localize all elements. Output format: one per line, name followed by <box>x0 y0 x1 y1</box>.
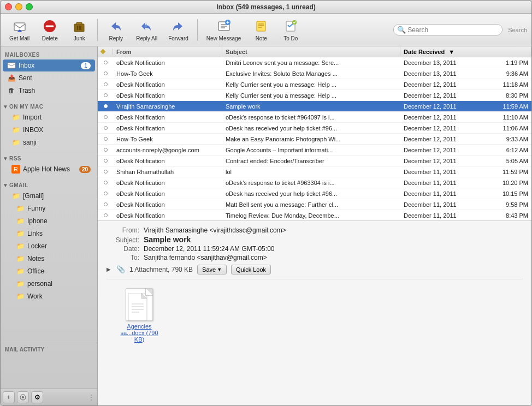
sidebar-item-iphone[interactable]: 📁 Iphone <box>3 215 95 227</box>
forward-icon <box>170 19 186 34</box>
row-subject: Make an Easy Panoramic Photograph Wi... <box>222 135 400 144</box>
row-subject: Sample work <box>222 102 400 111</box>
message-row[interactable]: oDesk NotificationoDesk's response to ti… <box>98 112 531 123</box>
message-row[interactable]: accounts-noreply@google.comGoogle Accoun… <box>98 145 531 156</box>
sidebar-item-personal[interactable]: 📁 personal <box>3 278 95 290</box>
sidebar-bottom-bar: + ⚙ ⋮ <box>1 389 97 405</box>
rss-section: ▼ RSS R Apple Hot News 20 <box>1 151 97 178</box>
rss-toggle[interactable]: ▼ RSS <box>1 153 97 163</box>
row-time: 10:15 PM <box>488 189 531 198</box>
sidebar-item-inbox2[interactable]: 📁 INBOX <box>3 124 95 136</box>
sort-arrow: ▼ <box>448 49 454 55</box>
message-row[interactable]: oDesk NotificationKelly Currier sent you… <box>98 90 531 101</box>
row-subject: oDesk has received your help ticket #96.… <box>222 124 400 133</box>
reply-button[interactable]: Reply <box>102 16 129 44</box>
message-row[interactable]: How-To GeekMake an Easy Panoramic Photog… <box>98 134 531 145</box>
sidebar-item-inbox[interactable]: Inbox 1 <box>3 59 95 71</box>
sidebar-item-trash[interactable]: 🗑 Trash <box>3 85 95 97</box>
message-row[interactable]: oDesk NotificationDmitri Leonov sent you… <box>98 57 531 68</box>
message-row[interactable]: How-To GeekExclusive Invites: Soluto Bet… <box>98 68 531 79</box>
trash-icon: 🗑 <box>7 86 16 95</box>
attachment-file[interactable]: Agencies sa...docx (790 KB) <box>117 288 161 343</box>
note-button[interactable]: Note <box>247 16 275 44</box>
row-from: oDesk Notification <box>113 113 222 122</box>
get-mail-button[interactable]: Get Mail <box>5 16 34 44</box>
sidebar-item-apple-hot-news[interactable]: R Apple Hot News 20 <box>3 163 95 175</box>
save-dropdown-arrow[interactable]: ▼ <box>217 267 222 272</box>
svg-point-24 <box>22 396 24 398</box>
attachment-info: 1 Attachment, 790 KB <box>129 266 193 273</box>
to-label: To: <box>107 254 139 261</box>
row-indicator <box>98 103 113 109</box>
close-button[interactable] <box>5 3 12 10</box>
subject-value: Sample work <box>144 235 191 244</box>
online-status-button[interactable] <box>17 391 29 403</box>
new-message-button[interactable]: New Message <box>202 16 245 44</box>
message-row[interactable]: oDesk NotificationoDesk has received you… <box>98 188 531 199</box>
message-row[interactable]: oDesk NotificationKelly Currier sent you… <box>98 79 531 90</box>
sidebar-item-sanji[interactable]: 📁 sanji <box>3 136 95 148</box>
message-row[interactable]: oDesk NotificationMatt Bell sent you a m… <box>98 199 531 210</box>
quick-look-button[interactable]: Quick Look <box>231 265 271 274</box>
forward-button[interactable]: Forward <box>164 16 193 44</box>
row-from: oDesk Notification <box>113 80 222 89</box>
gmail-root-label: [Gmail] <box>23 192 91 200</box>
gmail-header: GMAIL <box>9 182 28 188</box>
import-label: Import <box>23 114 91 121</box>
sidebar-item-import[interactable]: 📁 Import <box>3 111 95 123</box>
main-area: MAILBOXES Inbox 1 📤 Sent 🗑 Trash <box>1 46 531 405</box>
sidebar-item-funny[interactable]: 📁 Funny <box>3 202 95 214</box>
rss-disclosure: ▼ <box>3 156 8 162</box>
on-my-mac-disclosure: ▼ <box>3 104 8 110</box>
sidebar-item-work[interactable]: 📁 Work <box>3 290 95 302</box>
message-row[interactable]: oDesk NotificationTimelog Review: Due Mo… <box>98 210 531 220</box>
sidebar-resize-handle[interactable]: ⋮ <box>87 393 95 402</box>
gmail-toggle[interactable]: ▼ GMAIL <box>1 180 97 189</box>
row-from: oDesk Notification <box>113 189 222 198</box>
date-label: Date: <box>107 245 139 253</box>
mail-activity-label: MAIL ACTIVITY <box>5 347 93 353</box>
search-input[interactable] <box>407 26 473 34</box>
settings-button[interactable]: ⚙ <box>31 391 43 403</box>
col-date[interactable]: Date Received ▼ <box>400 47 531 56</box>
row-indicator <box>98 180 113 186</box>
minimize-button[interactable] <box>15 3 22 10</box>
inbox-badge: 1 <box>81 62 91 69</box>
maximize-button[interactable] <box>26 3 33 10</box>
save-button[interactable]: Save ▼ <box>197 265 227 274</box>
row-indicator <box>98 81 113 87</box>
mailboxes-section: MAILBOXES Inbox 1 📤 Sent 🗑 Trash <box>1 46 97 99</box>
message-row[interactable]: oDesk NotificationoDesk has received you… <box>98 123 531 134</box>
expand-button[interactable]: ▶ <box>107 266 111 272</box>
col-subject[interactable]: Subject <box>222 47 400 56</box>
sidebar-item-sent[interactable]: 📤 Sent <box>3 72 95 84</box>
todo-button[interactable]: To Do <box>277 16 304 44</box>
junk-button[interactable]: Junk <box>66 16 93 44</box>
sidebar-item-notes[interactable]: 📁 Notes <box>3 253 95 265</box>
mail-activity-section: MAIL ACTIVITY <box>1 343 97 389</box>
sidebar-item-office[interactable]: 📁 Office <box>3 265 95 277</box>
title-bar: Inbox (549 messages, 1 unread) <box>1 1 531 14</box>
row-subject: oDesk's response to ticket #963304 is i.… <box>222 178 400 187</box>
row-indicator <box>98 70 113 76</box>
message-row[interactable]: Virajith SamarasingheSample workDecember… <box>98 101 531 112</box>
reply-all-button[interactable]: Reply All <box>132 16 162 44</box>
message-row[interactable]: oDesk NotificationoDesk's response to ti… <box>98 177 531 188</box>
on-my-mac-toggle[interactable]: ▼ ON MY MAC <box>1 101 97 111</box>
junk-label: Junk <box>74 35 85 41</box>
sidebar-item-locker[interactable]: 📁 Locker <box>3 240 95 252</box>
sidebar-item-links[interactable]: 📁 Links <box>3 228 95 240</box>
get-mail-label: Get Mail <box>9 35 29 41</box>
work-label: Work <box>27 292 91 300</box>
delete-button[interactable]: Delete <box>36 16 63 44</box>
row-from: oDesk Notification <box>113 211 222 220</box>
message-row[interactable]: Shihan RhamathullahlolDecember 11, 20111… <box>98 166 531 177</box>
message-row[interactable]: oDesk NotificationContract ended: Encode… <box>98 156 531 166</box>
window-title: Inbox (549 messages, 1 unread) <box>216 3 315 11</box>
message-rows-container: oDesk NotificationDmitri Leonov sent you… <box>98 57 531 220</box>
add-mailbox-button[interactable]: + <box>3 391 15 403</box>
col-from[interactable]: From <box>113 47 222 56</box>
search-container[interactable]: 🔍 Search <box>393 24 503 35</box>
sidebar-item-gmail-root[interactable]: 📁 [Gmail] <box>3 190 95 202</box>
attachment-row: ▶ 📎 1 Attachment, 790 KB Save ▼ Quick Lo… <box>107 265 523 274</box>
